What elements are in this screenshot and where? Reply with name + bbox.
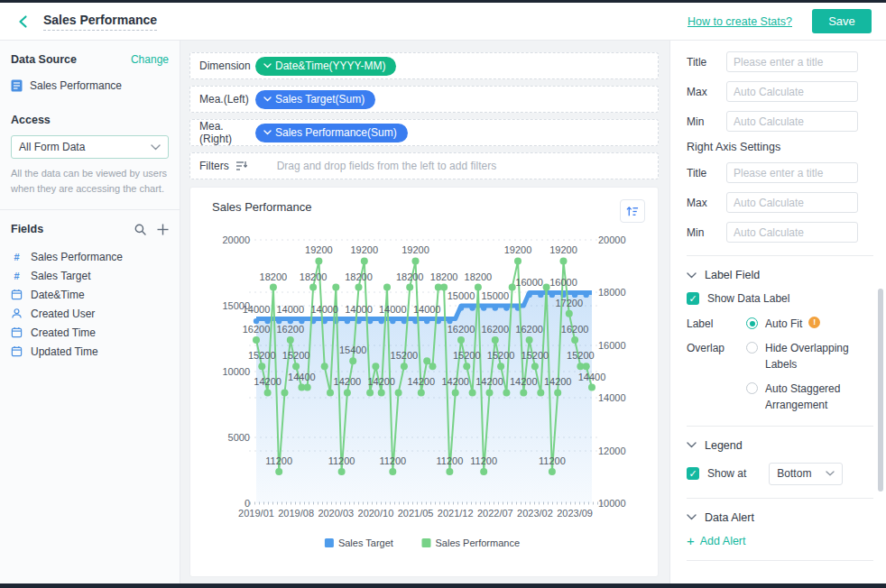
right-axis-max-input[interactable] [726, 192, 858, 213]
legend-position-value: Bottom [777, 467, 826, 480]
filters-row[interactable]: Filters Drag and drop fields from the le… [189, 152, 659, 179]
search-icon[interactable] [134, 224, 146, 235]
help-link[interactable]: How to create Stats? [688, 15, 792, 28]
field-item-label: Date&Time [31, 289, 85, 301]
min-label: Min [687, 115, 726, 128]
svg-text:14200: 14200 [441, 376, 469, 387]
field-item-label: Created User [31, 308, 95, 320]
field-item[interactable]: Date&Time [11, 285, 169, 304]
add-field-icon[interactable] [157, 224, 169, 235]
svg-text:14000: 14000 [379, 304, 407, 315]
right-axis-max-row: Max [687, 192, 873, 213]
auto-staggered-radio[interactable] [746, 382, 758, 394]
topbar-actions: How to create Stats? Save [688, 9, 872, 33]
svg-text:16200: 16200 [277, 324, 305, 335]
svg-text:14200: 14200 [334, 376, 362, 387]
measure-left-pill[interactable]: Sales Target(Sum) [255, 90, 375, 109]
left-axis-min-input[interactable] [726, 111, 858, 132]
calendar-icon [11, 289, 23, 300]
legend-position-select[interactable]: Bottom [769, 463, 843, 485]
svg-text:12000: 12000 [598, 446, 626, 456]
change-link[interactable]: Change [131, 53, 169, 66]
data-source-item: Sales Performance [11, 79, 169, 92]
number-field-icon: # [11, 252, 23, 262]
svg-text:Sales Target: Sales Target [338, 537, 393, 548]
field-list: #Sales Performance#Sales TargetDate&Time… [11, 247, 169, 361]
label-field-header-text: Label Field [705, 269, 760, 281]
show-data-label-checkbox[interactable]: ✓ [687, 292, 699, 305]
svg-text:10000: 10000 [598, 498, 626, 509]
add-alert-button[interactable]: + Add Alert [687, 535, 873, 547]
data-source-label: Data Source [11, 53, 77, 66]
right-axis-title-input[interactable] [726, 162, 858, 183]
svg-text:14200: 14200 [367, 376, 395, 387]
fields-label: Fields [11, 223, 43, 235]
access-select[interactable]: All Form Data [11, 135, 169, 159]
label-label: Label [687, 317, 746, 332]
user-icon [11, 308, 23, 319]
scrollbar-thumb[interactable] [878, 289, 883, 492]
svg-text:16200: 16200 [448, 324, 475, 335]
app-window: Sales Performance How to create Stats? S… [0, 0, 886, 588]
chart-title: Sales Performance [212, 200, 658, 214]
svg-text:14200: 14200 [254, 376, 281, 387]
field-item[interactable]: Created Time [11, 323, 169, 342]
chevron-down-icon [687, 442, 697, 448]
left-axis-max-input[interactable] [726, 81, 858, 102]
data-source-name: Sales Performance [30, 79, 122, 92]
left-axis-title-input[interactable] [726, 51, 858, 72]
svg-text:11200: 11200 [265, 455, 292, 466]
svg-text:18200: 18200 [345, 271, 373, 282]
svg-text:2019/08: 2019/08 [278, 508, 314, 519]
overlap-label: Overlap [687, 341, 746, 413]
svg-text:14000: 14000 [277, 304, 305, 315]
legend-show-text: Show at [707, 467, 746, 480]
svg-text:15200: 15200 [453, 350, 481, 361]
show-data-label-text: Show Data Label [707, 292, 789, 305]
svg-text:15200: 15200 [521, 350, 549, 361]
divider [687, 560, 873, 561]
back-button[interactable] [14, 13, 32, 31]
measure-right-pill[interactable]: Sales Performance(Sum) [255, 124, 408, 142]
auto-fit-radio[interactable] [746, 317, 758, 329]
svg-text:15200: 15200 [282, 350, 310, 361]
data-alert-section-header[interactable]: Data Alert [687, 511, 873, 524]
field-item[interactable]: Created User [11, 304, 169, 323]
svg-text:20000: 20000 [222, 234, 250, 245]
title-label: Title [687, 56, 726, 69]
access-hint: All the data can be viewed by users when… [11, 166, 169, 197]
svg-text:Sales Performance: Sales Performance [436, 537, 521, 548]
field-item[interactable]: #Sales Target [11, 266, 169, 285]
chevron-down-icon [263, 96, 272, 102]
hide-overlapping-radio[interactable] [746, 342, 758, 354]
svg-text:15000: 15000 [448, 290, 475, 301]
label-field-section-header[interactable]: Label Field [687, 269, 873, 281]
svg-text:19200: 19200 [305, 244, 333, 255]
svg-text:14200: 14200 [475, 376, 503, 387]
dimension-pill[interactable]: Date&Time(YYYY-MM) [255, 57, 396, 76]
right-axis-min-row: Min [687, 222, 873, 243]
field-item[interactable]: #Sales Performance [11, 247, 169, 266]
field-item[interactable]: Updated Time [11, 342, 169, 361]
field-item-label: Sales Target [31, 270, 91, 282]
divider [687, 498, 873, 499]
legend-show-checkbox[interactable]: ✓ [687, 467, 699, 480]
auto-fit-text: Auto Fit [765, 317, 802, 332]
chevron-left-icon [16, 14, 31, 29]
svg-text:14000: 14000 [598, 392, 626, 403]
access-label: Access [11, 114, 169, 126]
auto-staggered-text: Auto Staggered Arrangement [765, 381, 872, 413]
svg-text:11200: 11200 [539, 455, 566, 466]
svg-text:2019/01: 2019/01 [238, 508, 274, 519]
chevron-down-icon [687, 272, 697, 279]
svg-text:5000: 5000 [228, 432, 250, 443]
measure-right-label: Mea.(Right) [199, 120, 255, 145]
svg-text:19200: 19200 [549, 244, 577, 255]
settings-panel: Title Max Min Right Axis Settings Title … [669, 41, 886, 583]
save-button[interactable]: Save [812, 9, 872, 33]
legend-section-header[interactable]: Legend [687, 439, 873, 452]
right-axis-min-input[interactable] [726, 222, 858, 243]
svg-text:14200: 14200 [408, 376, 436, 387]
svg-text:2022/07: 2022/07 [477, 508, 513, 519]
left-axis-title-row: Title [687, 51, 873, 72]
